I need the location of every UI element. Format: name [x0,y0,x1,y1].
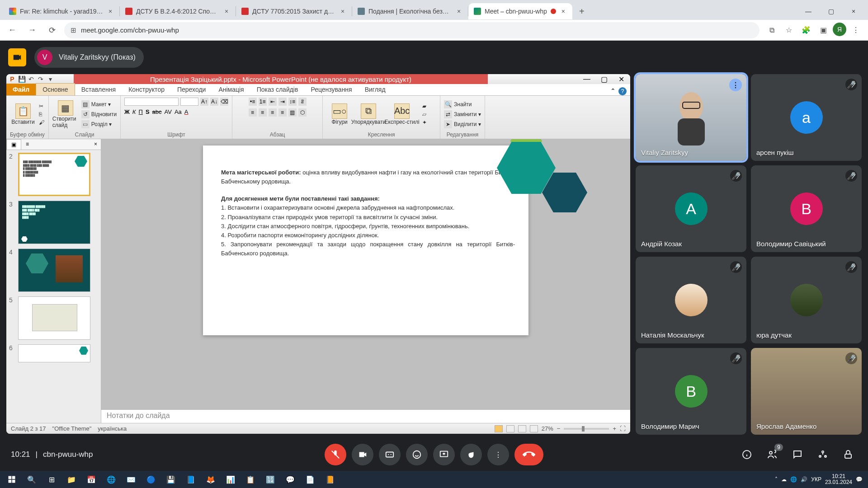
extensions-icon[interactable]: 🧩 [798,23,814,38]
app-icon[interactable]: 📘 [181,471,201,488]
new-slide-button[interactable]: ▦Створити слайд [52,100,79,128]
spacing-button[interactable]: AV [165,108,172,115]
tile-arsen[interactable]: а 🎤̷ арсен пукіш [751,74,862,161]
shape-outline-button[interactable]: ▱ [422,111,427,117]
meet-logo-icon[interactable] [8,48,26,66]
totalcmd-icon[interactable]: 💾 [161,471,181,488]
quick-styles-button[interactable]: AbcЕкспрес-стилі [384,103,420,125]
shadow-button[interactable]: S [146,108,150,115]
zoom-in-button[interactable]: + [613,425,616,432]
mic-button[interactable] [325,444,346,465]
save-icon[interactable]: 💾 [18,75,26,83]
host-controls-button[interactable] [839,446,857,464]
tab-dstu-2[interactable]: ДСТУ 7705:2015 Захист довкіл × [236,3,352,19]
justify-icon[interactable]: ≡ [278,108,287,117]
more-options-button[interactable]: ⋮ [487,444,509,465]
help-icon[interactable]: ? [618,87,627,95]
tray-chevron-icon[interactable]: ˄ [775,476,778,483]
slide-thumb-4[interactable] [18,249,90,292]
line-spacing-icon[interactable]: ↕≡ [288,98,297,106]
layout-button[interactable]: ▤Макет ▾ [81,100,117,108]
task-view-button[interactable]: ⊞ [42,471,61,488]
close-icon[interactable]: × [223,8,230,15]
close-icon[interactable]: × [455,8,462,15]
format-painter-button[interactable]: 🖌 [39,119,44,126]
menu-icon[interactable]: ⋮ [848,23,863,38]
bold-button[interactable]: Ж [124,108,130,115]
clock[interactable]: 10:21 23.01.2024 [825,474,852,485]
tab-slideshow[interactable]: Показ слайдів [250,84,305,95]
thumbnails[interactable]: 2███ ████████ ██████████ ████ ███ █████ … [6,150,101,423]
tile-vitaliy[interactable]: ⋮ Vitaliy Zaritskyy [636,74,746,161]
site-info-icon[interactable]: ⊞ [71,26,76,34]
collapse-ribbon-icon[interactable]: ⌃ [610,87,616,95]
shrink-font-icon[interactable]: A↓ [210,98,218,106]
powerpoint-taskbar-icon[interactable]: 📙 [320,471,340,488]
tab-home[interactable]: Основне [36,83,75,95]
slide-thumb-6[interactable] [18,344,90,362]
outline-tab[interactable]: ≡ [21,139,33,150]
tab-gmail[interactable]: Fw: Re: klimchuk - yarad1964@ × [4,3,119,19]
slides-tab[interactable]: ▣ [6,139,21,150]
replace-button[interactable]: ⇄Замінити ▾ [444,110,481,118]
select-button[interactable]: ➤Виділити ▾ [444,120,481,128]
font-combo[interactable] [124,98,179,106]
tile-yura[interactable]: 🎤̷ юра дутчак [751,257,862,343]
close-panel-icon[interactable]: × [90,139,101,150]
notifications-icon[interactable]: 💬 [856,476,863,483]
align-center-icon[interactable]: ≡ [259,108,267,117]
zoom-level[interactable]: 27% [542,425,553,432]
info-button[interactable] [738,446,756,464]
reload-button[interactable]: ⟳ [44,23,60,38]
install-app-icon[interactable]: ⧉ [764,23,779,38]
slideshow-view-button[interactable] [530,425,538,432]
reading-view-button[interactable] [518,425,526,432]
bookmark-icon[interactable]: ☆ [781,23,797,38]
presenter-pill[interactable]: V Vitaliy Zaritskyy (Показ) [34,47,144,68]
captions-button[interactable] [379,444,401,465]
network-icon[interactable]: 🌐 [790,476,797,483]
shape-effects-button[interactable]: ✦ [422,119,427,126]
tile-volodymyr-m[interactable]: В 🎤̷ Володимир Марич [636,348,746,435]
mail-icon[interactable]: ✉️ [121,471,141,488]
edge-icon[interactable]: 🌐 [101,471,121,488]
ppt-minimize-button[interactable]: — [580,75,594,84]
underline-button[interactable]: П [139,108,143,115]
maximize-button[interactable]: ▢ [820,3,842,19]
tile-more-icon[interactable]: ⋮ [729,79,742,91]
people-button[interactable]: 9 [763,446,781,464]
reset-button[interactable]: ↺Відновити [81,110,117,118]
tab-transitions[interactable]: Переходи [171,84,212,95]
sorter-view-button[interactable] [506,425,514,432]
zoom-out-button[interactable]: − [557,425,561,432]
tab-view[interactable]: Вигляд [359,84,392,95]
language[interactable]: українська [98,425,127,432]
tab-dstu-1[interactable]: ДСТУ Б В.2.4-6:2012 Споруди і × [120,3,236,19]
new-tab-button[interactable]: + [575,5,589,18]
cut-button[interactable]: ✂ [39,103,44,109]
present-button[interactable] [433,444,455,465]
app-icon-2[interactable]: 📊 [221,471,241,488]
section-button[interactable]: ▭Розділ ▾ [81,120,117,128]
chat-button[interactable] [788,446,807,464]
tile-volodymyr-s[interactable]: В 🎤̷ Володимир Савіцький [751,165,862,252]
profile-avatar[interactable]: Я [833,23,846,36]
bullets-icon[interactable]: •≡ [249,98,257,106]
tile-nataliia[interactable]: 🎤̷ Наталія Москальчук [636,257,746,343]
search-button[interactable]: 🔍 [22,471,42,488]
numbering-icon[interactable]: 1≡ [259,98,267,106]
font-color-button[interactable]: A [184,108,189,115]
notes-pane[interactable]: Нотатки до слайда [101,409,630,423]
calculator-icon[interactable]: 🔢 [260,471,280,488]
raise-hand-button[interactable] [460,444,482,465]
slide-thumb-3[interactable]: ████████ █████████ ████ ███████ ████████ [18,201,90,244]
qat-dropdown-icon[interactable]: ▾ [46,75,54,83]
app-icon-3[interactable]: 📋 [241,471,260,488]
volume-icon[interactable]: 🔊 [801,476,807,483]
smartart-icon[interactable]: ⬡ [298,108,307,117]
tile-andrii[interactable]: А 🎤̷ Андрій Козак [636,165,746,252]
chrome-icon[interactable]: 🔵 [141,471,161,488]
size-combo[interactable] [180,98,198,106]
explorer-icon[interactable]: 📁 [61,471,81,488]
align-right-icon[interactable]: ≡ [269,108,277,117]
